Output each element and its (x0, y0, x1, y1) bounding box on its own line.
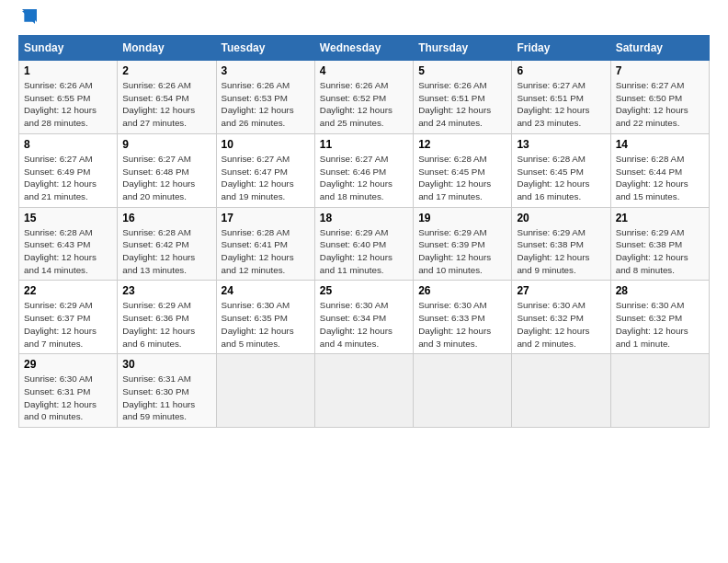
day-number: 30 (122, 358, 210, 371)
calendar-cell: 10Sunrise: 6:27 AM Sunset: 6:47 PM Dayli… (216, 133, 314, 207)
day-info: Sunrise: 6:26 AM Sunset: 6:53 PM Dayligh… (222, 79, 310, 130)
day-info: Sunrise: 6:31 AM Sunset: 6:30 PM Dayligh… (122, 373, 210, 423)
calendar-cell (610, 354, 709, 428)
day-number: 8 (24, 138, 112, 151)
calendar-cell: 7Sunrise: 6:27 AM Sunset: 6:50 PM Daylig… (610, 61, 709, 134)
day-number: 20 (517, 212, 605, 224)
day-number: 1 (24, 64, 112, 77)
day-number: 2 (122, 64, 210, 77)
calendar-cell: 24Sunrise: 6:30 AM Sunset: 6:35 PM Dayli… (216, 281, 314, 354)
calendar-cell: 22Sunrise: 6:29 AM Sunset: 6:37 PM Dayli… (19, 281, 118, 354)
calendar-table: SundayMondayTuesdayWednesdayThursdayFrid… (18, 35, 710, 428)
day-number: 27 (517, 284, 605, 297)
calendar-cell: 19Sunrise: 6:29 AM Sunset: 6:39 PM Dayli… (414, 207, 512, 281)
calendar-cell: 11Sunrise: 6:27 AM Sunset: 6:46 PM Dayli… (314, 133, 413, 207)
day-number: 23 (122, 284, 210, 297)
day-number: 22 (24, 284, 112, 297)
day-info: Sunrise: 6:29 AM Sunset: 6:39 PM Dayligh… (418, 226, 506, 277)
day-info: Sunrise: 6:28 AM Sunset: 6:42 PM Dayligh… (122, 226, 210, 277)
day-info: Sunrise: 6:30 AM Sunset: 6:33 PM Dayligh… (418, 299, 506, 350)
day-info: Sunrise: 6:29 AM Sunset: 6:36 PM Dayligh… (122, 299, 210, 350)
calendar-cell: 17Sunrise: 6:28 AM Sunset: 6:41 PM Dayli… (216, 207, 314, 281)
day-info: Sunrise: 6:30 AM Sunset: 6:34 PM Dayligh… (320, 299, 408, 350)
day-info: Sunrise: 6:28 AM Sunset: 6:44 PM Dayligh… (616, 153, 704, 203)
day-info: Sunrise: 6:26 AM Sunset: 6:51 PM Dayligh… (418, 79, 506, 130)
day-info: Sunrise: 6:30 AM Sunset: 6:32 PM Dayligh… (616, 299, 704, 350)
day-number: 29 (24, 358, 112, 371)
day-number: 7 (616, 64, 704, 77)
logo-arrow-icon (20, 7, 39, 29)
day-info: Sunrise: 6:27 AM Sunset: 6:51 PM Dayligh… (517, 79, 605, 130)
calendar-cell: 2Sunrise: 6:26 AM Sunset: 6:54 PM Daylig… (118, 61, 216, 134)
calendar-header: SundayMondayTuesdayWednesdayThursdayFrid… (19, 36, 710, 61)
day-info: Sunrise: 6:30 AM Sunset: 6:32 PM Dayligh… (517, 299, 605, 350)
calendar-cell: 12Sunrise: 6:28 AM Sunset: 6:45 PM Dayli… (414, 133, 512, 207)
col-header-monday: Monday (118, 36, 216, 61)
calendar-week-4: 22Sunrise: 6:29 AM Sunset: 6:37 PM Dayli… (19, 281, 710, 354)
calendar-cell (216, 354, 314, 428)
day-number: 21 (616, 212, 704, 224)
day-info: Sunrise: 6:29 AM Sunset: 6:38 PM Dayligh… (616, 226, 704, 277)
day-number: 10 (222, 138, 310, 151)
day-info: Sunrise: 6:27 AM Sunset: 6:50 PM Dayligh… (616, 79, 704, 130)
day-info: Sunrise: 6:27 AM Sunset: 6:47 PM Dayligh… (222, 153, 310, 203)
day-number: 18 (320, 212, 408, 224)
calendar-cell: 4Sunrise: 6:26 AM Sunset: 6:52 PM Daylig… (314, 61, 413, 134)
calendar-cell (414, 354, 512, 428)
calendar-cell: 27Sunrise: 6:30 AM Sunset: 6:32 PM Dayli… (512, 281, 610, 354)
day-number: 14 (616, 138, 704, 151)
col-header-thursday: Thursday (414, 36, 512, 61)
calendar-cell (314, 354, 413, 428)
calendar-cell: 8Sunrise: 6:27 AM Sunset: 6:49 PM Daylig… (19, 133, 118, 207)
calendar-cell: 25Sunrise: 6:30 AM Sunset: 6:34 PM Dayli… (314, 281, 413, 354)
day-info: Sunrise: 6:28 AM Sunset: 6:45 PM Dayligh… (418, 153, 506, 203)
day-number: 26 (418, 284, 506, 297)
page-header (18, 15, 710, 29)
calendar-cell: 1Sunrise: 6:26 AM Sunset: 6:55 PM Daylig… (19, 61, 118, 134)
col-header-tuesday: Tuesday (216, 36, 314, 61)
calendar-cell: 16Sunrise: 6:28 AM Sunset: 6:42 PM Dayli… (118, 207, 216, 281)
calendar-cell: 13Sunrise: 6:28 AM Sunset: 6:45 PM Dayli… (512, 133, 610, 207)
day-info: Sunrise: 6:26 AM Sunset: 6:55 PM Dayligh… (24, 79, 112, 130)
day-info: Sunrise: 6:27 AM Sunset: 6:48 PM Dayligh… (122, 153, 210, 203)
calendar-cell: 5Sunrise: 6:26 AM Sunset: 6:51 PM Daylig… (414, 61, 512, 134)
day-info: Sunrise: 6:28 AM Sunset: 6:43 PM Dayligh… (24, 226, 112, 277)
calendar-week-5: 29Sunrise: 6:30 AM Sunset: 6:31 PM Dayli… (19, 354, 710, 428)
day-number: 6 (517, 64, 605, 77)
day-number: 15 (24, 212, 112, 224)
calendar-cell: 20Sunrise: 6:29 AM Sunset: 6:38 PM Dayli… (512, 207, 610, 281)
calendar-cell (512, 354, 610, 428)
day-info: Sunrise: 6:27 AM Sunset: 6:49 PM Dayligh… (24, 153, 112, 203)
day-info: Sunrise: 6:28 AM Sunset: 6:45 PM Dayligh… (517, 153, 605, 203)
col-header-sunday: Sunday (19, 36, 118, 61)
day-info: Sunrise: 6:26 AM Sunset: 6:54 PM Dayligh… (122, 79, 210, 130)
day-number: 16 (122, 212, 210, 224)
day-number: 11 (320, 138, 408, 151)
day-number: 9 (122, 138, 210, 151)
day-number: 25 (320, 284, 408, 297)
day-info: Sunrise: 6:29 AM Sunset: 6:38 PM Dayligh… (517, 226, 605, 277)
calendar-cell: 9Sunrise: 6:27 AM Sunset: 6:48 PM Daylig… (118, 133, 216, 207)
day-number: 5 (418, 64, 506, 77)
day-info: Sunrise: 6:30 AM Sunset: 6:31 PM Dayligh… (24, 373, 112, 423)
calendar-cell: 18Sunrise: 6:29 AM Sunset: 6:40 PM Dayli… (314, 207, 413, 281)
day-number: 12 (418, 138, 506, 151)
day-number: 19 (418, 212, 506, 224)
col-header-friday: Friday (512, 36, 610, 61)
calendar-cell: 26Sunrise: 6:30 AM Sunset: 6:33 PM Dayli… (414, 281, 512, 354)
day-info: Sunrise: 6:27 AM Sunset: 6:46 PM Dayligh… (320, 153, 408, 203)
day-number: 4 (320, 64, 408, 77)
calendar-cell: 15Sunrise: 6:28 AM Sunset: 6:43 PM Dayli… (19, 207, 118, 281)
calendar-cell: 6Sunrise: 6:27 AM Sunset: 6:51 PM Daylig… (512, 61, 610, 134)
day-info: Sunrise: 6:29 AM Sunset: 6:37 PM Dayligh… (24, 299, 112, 350)
logo (18, 15, 39, 29)
day-number: 3 (222, 64, 310, 77)
day-number: 13 (517, 138, 605, 151)
day-number: 28 (616, 284, 704, 297)
calendar-cell: 14Sunrise: 6:28 AM Sunset: 6:44 PM Dayli… (610, 133, 709, 207)
day-number: 24 (222, 284, 310, 297)
calendar-week-1: 1Sunrise: 6:26 AM Sunset: 6:55 PM Daylig… (19, 61, 710, 134)
day-info: Sunrise: 6:30 AM Sunset: 6:35 PM Dayligh… (222, 299, 310, 350)
col-header-wednesday: Wednesday (314, 36, 413, 61)
col-header-saturday: Saturday (610, 36, 709, 61)
